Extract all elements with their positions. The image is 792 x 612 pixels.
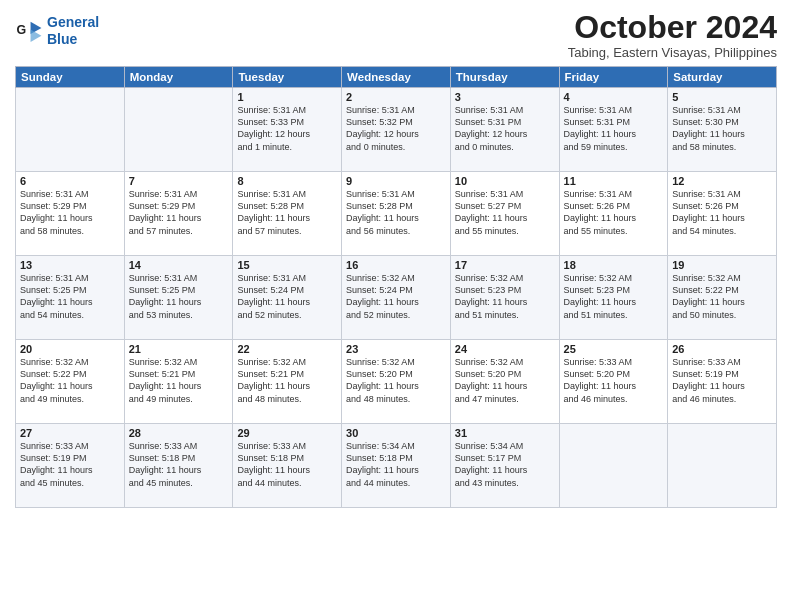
table-row (124, 88, 233, 172)
day-number: 29 (237, 427, 337, 439)
day-content: Sunrise: 5:31 AMSunset: 5:25 PMDaylight:… (129, 272, 229, 321)
table-row: 6Sunrise: 5:31 AMSunset: 5:29 PMDaylight… (16, 172, 125, 256)
subtitle: Tabing, Eastern Visayas, Philippines (568, 45, 777, 60)
day-content: Sunrise: 5:31 AMSunset: 5:25 PMDaylight:… (20, 272, 120, 321)
day-content: Sunrise: 5:31 AMSunset: 5:28 PMDaylight:… (237, 188, 337, 237)
table-row: 18Sunrise: 5:32 AMSunset: 5:23 PMDayligh… (559, 256, 668, 340)
day-content: Sunrise: 5:32 AMSunset: 5:20 PMDaylight:… (455, 356, 555, 405)
table-row: 20Sunrise: 5:32 AMSunset: 5:22 PMDayligh… (16, 340, 125, 424)
day-number: 26 (672, 343, 772, 355)
col-monday: Monday (124, 67, 233, 88)
table-row (16, 88, 125, 172)
day-number: 11 (564, 175, 664, 187)
day-number: 30 (346, 427, 446, 439)
col-wednesday: Wednesday (342, 67, 451, 88)
day-content: Sunrise: 5:32 AMSunset: 5:21 PMDaylight:… (129, 356, 229, 405)
table-row: 24Sunrise: 5:32 AMSunset: 5:20 PMDayligh… (450, 340, 559, 424)
day-content: Sunrise: 5:31 AMSunset: 5:31 PMDaylight:… (564, 104, 664, 153)
day-number: 1 (237, 91, 337, 103)
svg-text:G: G (17, 23, 27, 37)
calendar-week-row: 20Sunrise: 5:32 AMSunset: 5:22 PMDayligh… (16, 340, 777, 424)
day-content: Sunrise: 5:33 AMSunset: 5:18 PMDaylight:… (129, 440, 229, 489)
day-number: 8 (237, 175, 337, 187)
table-row: 8Sunrise: 5:31 AMSunset: 5:28 PMDaylight… (233, 172, 342, 256)
day-content: Sunrise: 5:31 AMSunset: 5:33 PMDaylight:… (237, 104, 337, 153)
day-number: 9 (346, 175, 446, 187)
day-content: Sunrise: 5:31 AMSunset: 5:29 PMDaylight:… (20, 188, 120, 237)
day-number: 31 (455, 427, 555, 439)
day-content: Sunrise: 5:31 AMSunset: 5:24 PMDaylight:… (237, 272, 337, 321)
logo-line2: Blue (47, 31, 77, 47)
day-content: Sunrise: 5:32 AMSunset: 5:22 PMDaylight:… (672, 272, 772, 321)
day-content: Sunrise: 5:32 AMSunset: 5:24 PMDaylight:… (346, 272, 446, 321)
day-content: Sunrise: 5:33 AMSunset: 5:18 PMDaylight:… (237, 440, 337, 489)
day-content: Sunrise: 5:31 AMSunset: 5:26 PMDaylight:… (564, 188, 664, 237)
table-row: 4Sunrise: 5:31 AMSunset: 5:31 PMDaylight… (559, 88, 668, 172)
table-row: 3Sunrise: 5:31 AMSunset: 5:31 PMDaylight… (450, 88, 559, 172)
col-saturday: Saturday (668, 67, 777, 88)
day-number: 20 (20, 343, 120, 355)
table-row (559, 424, 668, 508)
calendar-table: Sunday Monday Tuesday Wednesday Thursday… (15, 66, 777, 508)
col-tuesday: Tuesday (233, 67, 342, 88)
day-content: Sunrise: 5:32 AMSunset: 5:22 PMDaylight:… (20, 356, 120, 405)
day-number: 17 (455, 259, 555, 271)
day-content: Sunrise: 5:31 AMSunset: 5:29 PMDaylight:… (129, 188, 229, 237)
day-number: 10 (455, 175, 555, 187)
calendar-week-row: 13Sunrise: 5:31 AMSunset: 5:25 PMDayligh… (16, 256, 777, 340)
calendar-header-row: Sunday Monday Tuesday Wednesday Thursday… (16, 67, 777, 88)
col-sunday: Sunday (16, 67, 125, 88)
logo-text: General Blue (47, 14, 99, 48)
day-content: Sunrise: 5:32 AMSunset: 5:23 PMDaylight:… (455, 272, 555, 321)
table-row: 5Sunrise: 5:31 AMSunset: 5:30 PMDaylight… (668, 88, 777, 172)
day-content: Sunrise: 5:31 AMSunset: 5:32 PMDaylight:… (346, 104, 446, 153)
day-content: Sunrise: 5:32 AMSunset: 5:21 PMDaylight:… (237, 356, 337, 405)
table-row (668, 424, 777, 508)
logo: G General Blue (15, 14, 99, 48)
day-number: 19 (672, 259, 772, 271)
day-content: Sunrise: 5:33 AMSunset: 5:20 PMDaylight:… (564, 356, 664, 405)
day-number: 24 (455, 343, 555, 355)
day-content: Sunrise: 5:32 AMSunset: 5:20 PMDaylight:… (346, 356, 446, 405)
table-row: 25Sunrise: 5:33 AMSunset: 5:20 PMDayligh… (559, 340, 668, 424)
calendar-week-row: 27Sunrise: 5:33 AMSunset: 5:19 PMDayligh… (16, 424, 777, 508)
page: G General Blue October 2024 Tabing, East… (0, 0, 792, 612)
calendar-week-row: 6Sunrise: 5:31 AMSunset: 5:29 PMDaylight… (16, 172, 777, 256)
col-thursday: Thursday (450, 67, 559, 88)
table-row: 17Sunrise: 5:32 AMSunset: 5:23 PMDayligh… (450, 256, 559, 340)
table-row: 11Sunrise: 5:31 AMSunset: 5:26 PMDayligh… (559, 172, 668, 256)
table-row: 1Sunrise: 5:31 AMSunset: 5:33 PMDaylight… (233, 88, 342, 172)
day-content: Sunrise: 5:33 AMSunset: 5:19 PMDaylight:… (672, 356, 772, 405)
table-row: 19Sunrise: 5:32 AMSunset: 5:22 PMDayligh… (668, 256, 777, 340)
table-row: 28Sunrise: 5:33 AMSunset: 5:18 PMDayligh… (124, 424, 233, 508)
day-number: 5 (672, 91, 772, 103)
table-row: 29Sunrise: 5:33 AMSunset: 5:18 PMDayligh… (233, 424, 342, 508)
day-number: 21 (129, 343, 229, 355)
table-row: 27Sunrise: 5:33 AMSunset: 5:19 PMDayligh… (16, 424, 125, 508)
table-row: 21Sunrise: 5:32 AMSunset: 5:21 PMDayligh… (124, 340, 233, 424)
logo-icon: G (15, 17, 43, 45)
month-title: October 2024 (568, 10, 777, 45)
table-row: 10Sunrise: 5:31 AMSunset: 5:27 PMDayligh… (450, 172, 559, 256)
day-number: 16 (346, 259, 446, 271)
table-row: 2Sunrise: 5:31 AMSunset: 5:32 PMDaylight… (342, 88, 451, 172)
day-number: 15 (237, 259, 337, 271)
day-number: 28 (129, 427, 229, 439)
day-number: 13 (20, 259, 120, 271)
day-number: 3 (455, 91, 555, 103)
day-number: 12 (672, 175, 772, 187)
table-row: 31Sunrise: 5:34 AMSunset: 5:17 PMDayligh… (450, 424, 559, 508)
day-number: 2 (346, 91, 446, 103)
header: G General Blue October 2024 Tabing, East… (15, 10, 777, 60)
table-row: 12Sunrise: 5:31 AMSunset: 5:26 PMDayligh… (668, 172, 777, 256)
day-content: Sunrise: 5:34 AMSunset: 5:18 PMDaylight:… (346, 440, 446, 489)
table-row: 22Sunrise: 5:32 AMSunset: 5:21 PMDayligh… (233, 340, 342, 424)
calendar-week-row: 1Sunrise: 5:31 AMSunset: 5:33 PMDaylight… (16, 88, 777, 172)
day-content: Sunrise: 5:31 AMSunset: 5:26 PMDaylight:… (672, 188, 772, 237)
day-number: 22 (237, 343, 337, 355)
table-row: 23Sunrise: 5:32 AMSunset: 5:20 PMDayligh… (342, 340, 451, 424)
table-row: 9Sunrise: 5:31 AMSunset: 5:28 PMDaylight… (342, 172, 451, 256)
title-block: October 2024 Tabing, Eastern Visayas, Ph… (568, 10, 777, 60)
day-content: Sunrise: 5:31 AMSunset: 5:31 PMDaylight:… (455, 104, 555, 153)
day-number: 14 (129, 259, 229, 271)
